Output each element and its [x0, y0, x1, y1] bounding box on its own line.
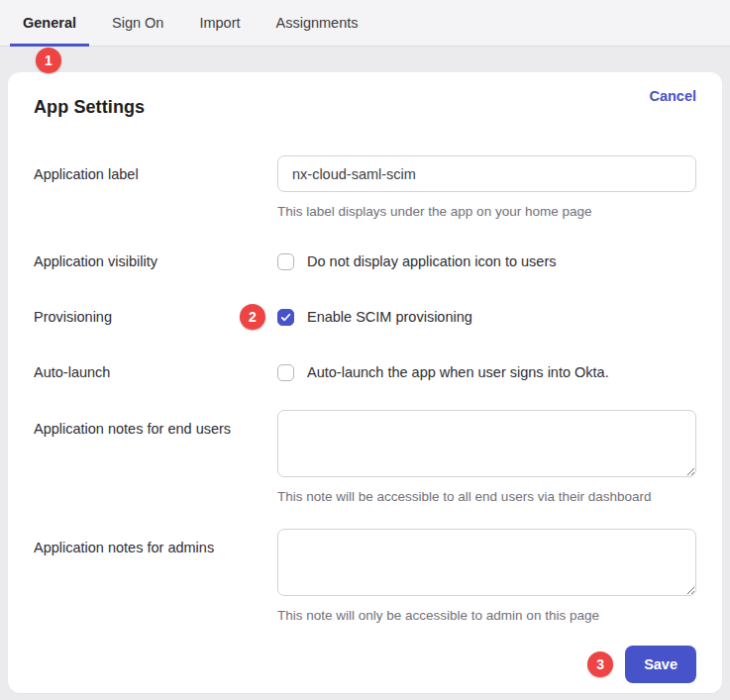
scim-provisioning-checkbox-label: Enable SCIM provisioning — [307, 309, 472, 325]
cancel-button[interactable]: Cancel — [649, 88, 696, 104]
visibility-checkbox[interactable] — [277, 253, 294, 270]
auto-launch-checkbox-label: Auto-launch the app when user signs into… — [307, 364, 609, 380]
row-provisioning: Provisioning 2 Enable SCIM provisioning — [34, 307, 696, 327]
tab-bar: General Sign On Import Assignments — [0, 0, 730, 47]
row-auto-launch: Auto-launch Auto-launch the app when use… — [34, 362, 696, 382]
row-application-label: Application label This label displays un… — [34, 155, 696, 220]
callout-badge-2: 2 — [240, 304, 265, 330]
tab-sign-on[interactable]: Sign On — [99, 0, 176, 46]
row-application-visibility: Application visibility Do not display ap… — [34, 251, 696, 271]
page-title: App Settings — [34, 97, 145, 118]
tab-assignments[interactable]: Assignments — [263, 0, 371, 46]
checkmark-icon — [280, 312, 291, 323]
notes-admins-textarea[interactable] — [277, 529, 696, 596]
panel-header: App Settings Cancel — [34, 88, 696, 118]
scim-provisioning-checkbox[interactable] — [277, 309, 294, 326]
tab-general[interactable]: General — [10, 0, 89, 46]
auto-launch-label: Auto-launch — [34, 362, 277, 382]
auto-launch-checkbox[interactable] — [277, 364, 294, 381]
tab-assignments-label: Assignments — [276, 15, 359, 31]
notes-end-users-textarea[interactable] — [277, 410, 696, 477]
application-label-help: This label displays under the app on you… — [277, 204, 696, 220]
app-settings-panel: App Settings Cancel Application label Th… — [8, 72, 722, 693]
notes-end-users-help: This note will be accessible to all end … — [277, 489, 696, 505]
callout-badge-3: 3 — [587, 651, 613, 677]
callout-badge-1: 1 — [36, 48, 61, 73]
tab-import-label: Import — [199, 15, 240, 31]
application-visibility-label: Application visibility — [34, 251, 277, 271]
tab-general-label: General — [23, 15, 76, 31]
application-label-input[interactable] — [277, 155, 696, 192]
tab-sign-on-label: Sign On — [112, 15, 163, 31]
notes-admins-help: This note will only be accessible to adm… — [277, 608, 696, 624]
application-label-label: Application label — [34, 155, 277, 184]
row-notes-end-users: Application notes for end users This not… — [34, 410, 696, 505]
panel-footer: 3 Save — [587, 646, 696, 683]
visibility-checkbox-label: Do not display application icon to users — [307, 253, 556, 269]
tab-import[interactable]: Import — [186, 0, 253, 46]
save-button[interactable]: Save — [625, 646, 696, 683]
row-notes-admins: Application notes for admins This note w… — [34, 529, 696, 624]
notes-end-users-label: Application notes for end users — [34, 410, 277, 439]
notes-admins-label: Application notes for admins — [34, 529, 277, 557]
